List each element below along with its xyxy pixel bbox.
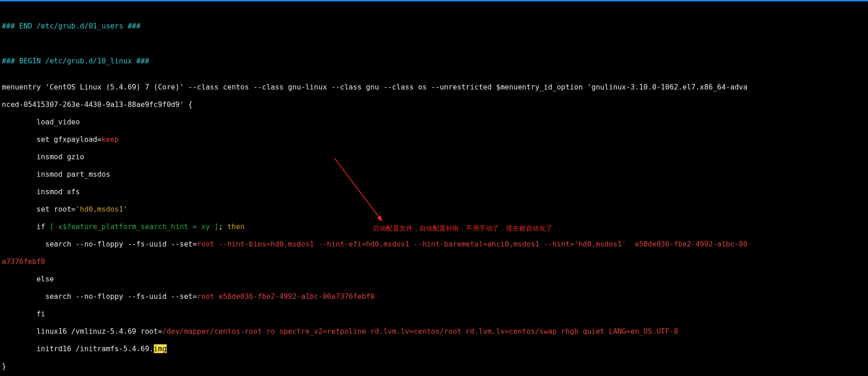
insmod-part-msdos: insmod part_msdos (2, 170, 866, 179)
search-hint-line: search --no-floppy --fs-uuid --set=root … (2, 240, 866, 248)
search-hint-wrap: a7376febf0 (2, 257, 866, 266)
blank-line (2, 39, 866, 48)
menuentry-1-head-a: menuentry 'CentOS Linux (5.4.69) 7 (Core… (2, 83, 866, 91)
load-video: load_video (2, 118, 866, 126)
close-brace: } (2, 362, 866, 370)
section-end-marker: ### END /etc/grub.d/01_users ### (2, 22, 866, 30)
gfxpayload-line: set gfxpayload=keep (2, 135, 866, 144)
insmod-xfs: insmod xfs (2, 187, 866, 196)
linux16-line: linux16 /vmlinuz-5.4.69 root=/dev/mapper… (2, 327, 866, 336)
insmod-gzio: insmod gzio (2, 152, 866, 161)
initrd16-line: initrd16 /initramfs-5.4.69.img (2, 344, 866, 353)
menuentry-1-head-b: nced-05415307-263e-4430-9a13-88ae9fc9f0d… (2, 100, 866, 109)
section-begin-marker: ### BEGIN /etc/grub.d/10_linux ### (2, 56, 866, 65)
fi-line: fi (2, 309, 866, 318)
annotation-text: 启动配置文件，自动配置好啦，不用手动了，现在都自动化了 (373, 224, 553, 233)
highlight-img: img (154, 344, 167, 353)
set-root-line: set root='hd0,msdos1' (2, 205, 866, 213)
search-plain-line: search --no-floppy --fs-uuid --set=root … (2, 292, 866, 301)
else-line: else (2, 275, 866, 283)
terminal-viewport[interactable]: ### END /etc/grub.d/01_users ### ### BEG… (0, 1, 868, 376)
